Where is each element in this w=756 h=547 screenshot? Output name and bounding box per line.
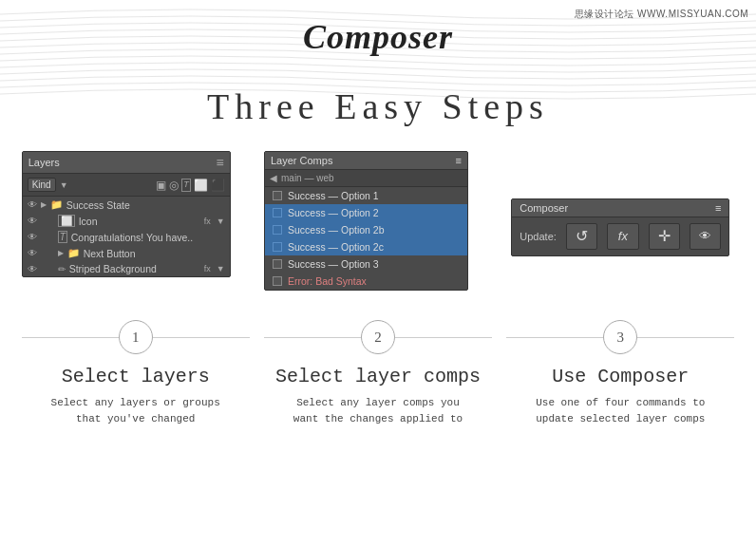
update-label: Update:: [520, 231, 557, 242]
lc-name: Success — Option 2b: [288, 224, 385, 236]
step-line-left: [506, 337, 603, 338]
lc-checkbox: [273, 276, 282, 286]
expand-icon: ▼: [217, 264, 225, 274]
lc-item-5[interactable]: Error: Bad Syntax: [265, 273, 467, 290]
lc-menu-icon[interactable]: ≡: [456, 155, 462, 166]
step-circle-1: 1: [119, 320, 153, 354]
shape-layer-icon: ⬜: [58, 215, 75, 227]
update-btn-eye[interactable]: 👁: [690, 223, 721, 250]
layer-row-icon[interactable]: 👁 ⬜ Icon fx ▼: [23, 213, 230, 229]
eye-icon: 👁: [28, 199, 37, 210]
step-2: Layer Comps ≡ ◀ main — web Success — Opt…: [264, 151, 492, 426]
update-btn-fx[interactable]: fx: [607, 223, 638, 250]
composer-panel: Composer ≡ Update: ↺ fx ✛ 👁: [511, 198, 729, 256]
lc-name: Error: Bad Syntax: [288, 275, 367, 287]
lc-nav-bar: ◀ main — web: [265, 170, 467, 187]
composer-screenshot: Composer ≡ Update: ↺ fx ✛ 👁: [506, 151, 734, 303]
eye-icon: 👁: [28, 232, 37, 242]
step-line-right: [637, 337, 734, 338]
lc-checkbox: [273, 225, 282, 235]
logo: Composer: [0, 17, 756, 57]
layercomps-title: Layer Comps: [271, 155, 332, 166]
brush-icon: ✏: [58, 264, 66, 274]
dropdown-arrow: ▼: [60, 180, 68, 190]
arrow-icon: ▶: [58, 249, 64, 257]
eye-icon: 👁: [28, 216, 37, 226]
step-1: Layers ≡ Kind ▼ ▣ ◎ T ⬜ ⬛ 👁: [22, 151, 250, 426]
layers-panel-header: Layers ≡: [23, 152, 230, 174]
lc-item-4[interactable]: Success — Option 3: [265, 255, 467, 273]
smart-icon: ⬛: [211, 179, 225, 192]
step-2-title: Select layer comps: [275, 366, 481, 387]
layers-screenshot: Layers ≡ Kind ▼ ▣ ◎ T ⬜ ⬛ 👁: [22, 151, 250, 303]
layers-search-icons: ▣ ◎ T ⬜ ⬛: [156, 179, 225, 192]
lc-name: Success — Option 1: [288, 190, 379, 201]
text-icon: T: [181, 179, 191, 192]
eye-icon: 👁: [28, 248, 37, 258]
layers-search-bar: Kind ▼ ▣ ◎ T ⬜ ⬛: [23, 174, 230, 197]
step-circle-3: 3: [603, 320, 637, 354]
kind-dropdown[interactable]: Kind: [28, 178, 56, 192]
fx-badge: fx: [204, 217, 211, 226]
step-line-left: [22, 337, 119, 338]
fx-badge: fx: [204, 264, 211, 274]
step-circle-row-1: 1: [22, 320, 250, 354]
step-1-desc: Select any layers or groups that you've …: [51, 395, 220, 426]
lc-nav-left-icon[interactable]: ◀: [270, 173, 277, 183]
step-1-title: Select layers: [62, 366, 210, 387]
layercomps-panel: Layer Comps ≡ ◀ main — web Success — Opt…: [264, 151, 468, 291]
adjust-icon: ◎: [169, 179, 179, 192]
step-circle-2: 2: [361, 320, 395, 354]
lc-item-0[interactable]: Success — Option 1: [265, 187, 467, 204]
steps-container: Layers ≡ Kind ▼ ▣ ◎ T ⬜ ⬛ 👁: [0, 151, 756, 426]
step-3-desc: Use one of four commands to update selec…: [536, 395, 705, 426]
layer-name: Striped Background: [69, 263, 157, 274]
layer-name: Success State: [66, 199, 130, 211]
folder-icon: 📁: [50, 198, 63, 211]
layercomps-screenshot: Layer Comps ≡ ◀ main — web Success — Opt…: [264, 151, 492, 303]
lc-checkbox: [273, 259, 282, 269]
arrow-icon: ▶: [41, 200, 47, 209]
lc-checkbox: [273, 191, 282, 200]
lc-name: Success — Option 2c: [288, 241, 384, 253]
layercomps-header: Layer Comps ≡: [265, 152, 467, 170]
shape-icon: ⬜: [194, 179, 208, 192]
lc-checkbox: [273, 242, 282, 252]
update-btn-add[interactable]: ✛: [649, 223, 680, 250]
expand-icon: ▼: [217, 217, 225, 226]
layer-row-next-button[interactable]: 👁 ▶ 📁 Next Button: [23, 245, 230, 261]
step-line-right: [153, 337, 250, 338]
step-3: Composer ≡ Update: ↺ fx ✛ 👁 3 Use Compos…: [506, 151, 734, 426]
layer-row-striped[interactable]: 👁 ✏ Striped Background fx ▼: [23, 261, 230, 276]
cp-menu-icon[interactable]: ≡: [715, 202, 721, 214]
lc-item-3[interactable]: Success — Option 2c: [265, 238, 467, 255]
folder-icon: 📁: [67, 247, 80, 259]
layer-row-congratulations[interactable]: 👁 T Congratulations! You have..: [23, 229, 230, 245]
layer-name: Congratulations! You have..: [71, 232, 193, 243]
pixel-icon: ▣: [156, 179, 166, 192]
step-line-left: [264, 337, 361, 338]
lc-item-2[interactable]: Success — Option 2b: [265, 221, 467, 238]
main-title: Three Easy Steps: [0, 85, 756, 127]
lc-name: Success — Option 3: [288, 258, 379, 270]
layer-name: Icon: [79, 216, 98, 227]
step-circle-row-3: 3: [506, 320, 734, 354]
step-3-title: Use Composer: [552, 366, 689, 387]
step-line-right: [395, 337, 492, 338]
text-layer-icon: T: [58, 231, 67, 243]
composer-panel-title: Composer: [520, 202, 568, 214]
lc-item-1[interactable]: Success — Option 2: [265, 204, 467, 221]
composer-panel-body: Update: ↺ fx ✛ 👁: [512, 217, 728, 255]
layer-name: Next Button: [84, 248, 136, 259]
layers-menu-icon[interactable]: ≡: [216, 155, 223, 170]
lc-nav-label: main — web: [281, 173, 334, 183]
layers-panel: Layers ≡ Kind ▼ ▣ ◎ T ⬜ ⬛ 👁: [22, 151, 231, 277]
step-circle-row-2: 2: [264, 320, 492, 354]
lc-name: Success — Option 2: [288, 207, 379, 218]
update-btn-refresh[interactable]: ↺: [566, 223, 597, 250]
header: Composer: [0, 0, 756, 66]
composer-panel-header: Composer ≡: [512, 199, 728, 217]
layer-row-success-state[interactable]: 👁 ▶ 📁 Success State: [23, 197, 230, 213]
layers-panel-title: Layers: [28, 157, 60, 168]
lc-checkbox: [273, 208, 282, 217]
